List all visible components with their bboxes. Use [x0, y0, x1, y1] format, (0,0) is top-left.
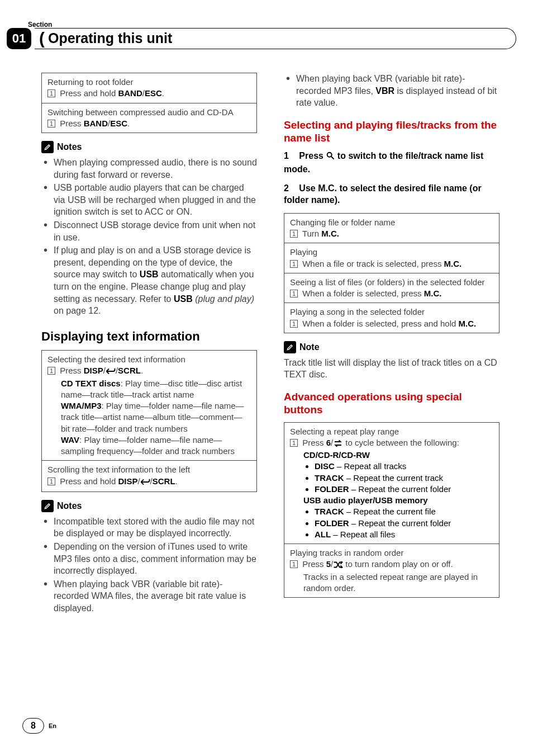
boxb-r1-pre: Press [60, 366, 84, 375]
wav-lbl: WAV [61, 435, 79, 445]
notes-header-2: Notes [41, 500, 257, 512]
boxb-r1-title: Selecting the desired text information [47, 355, 185, 364]
notes-list-1: When playing compressed audio, there is … [41, 157, 257, 317]
step-2: 2 Use M.C. to select the desired file na… [284, 182, 499, 206]
boxc-r3-b: M.C. [424, 289, 442, 298]
boxa-r2-title: Switching between compressed audio and C… [47, 107, 234, 117]
boxa-r1-b1: BAND [118, 88, 142, 98]
textinfo-box: Selecting the desired text information 1… [41, 350, 257, 492]
li-b: FOLDER [315, 518, 349, 528]
boxa-r1-title: Returning to root folder [47, 77, 133, 87]
boxc-r1-pre: Turn [302, 229, 321, 238]
step-1-icon: 1 [290, 230, 298, 238]
note-header-3: Note [284, 341, 499, 353]
right-top-bullet: When playing back VBR (variable bit rate… [284, 73, 499, 109]
notes-label-1: Notes [57, 141, 82, 153]
cd-lbl: CD/CD-R/CD-RW [303, 450, 370, 460]
boxa-row2: Switching between compressed audio and C… [42, 103, 257, 133]
step-1-icon: 1 [290, 320, 298, 328]
boxb-r1-b1: DISP [84, 366, 103, 375]
note1-item: USB portable audio players that can be c… [41, 182, 257, 218]
advanced-box: Selecting a repeat play range 1 Press 6/… [284, 422, 499, 598]
heading-advanced: Advanced operations using special button… [284, 391, 499, 417]
note1-item: When playing compressed audio, there is … [41, 157, 257, 181]
step1-pre: Press [299, 151, 326, 160]
page-title: Operating this unit [48, 29, 172, 48]
step2-num: 2 [284, 183, 289, 193]
step2-text: Use M.C. to select the desired file name… [284, 183, 482, 205]
step-1-icon: 1 [47, 367, 55, 375]
shuffle-icon [333, 560, 343, 571]
note2-item: Depending on the version of iTunes used … [41, 541, 257, 577]
boxd-r1-post: to cycle between the following: [343, 438, 459, 447]
notes-header-1: Notes [41, 141, 257, 153]
n1l-ital: (plug and play) [193, 294, 254, 304]
step1-num: 1 [284, 151, 289, 160]
boxd-cd-list: DISC – Repeat all tracks TRACK – Repeat … [290, 461, 493, 495]
boxc-r1: Changing file or folder name 1 Turn M.C. [284, 213, 499, 243]
return-icon [106, 366, 116, 377]
boxd-r2-b: 5 [326, 559, 331, 569]
step-1-icon: 1 [290, 290, 298, 297]
rtb-b: VBR [375, 86, 394, 96]
boxd-r2-pre: Press [302, 559, 326, 569]
note-label-3: Note [299, 341, 320, 353]
boxc-r2-b: M.C. [444, 259, 462, 268]
boxc-r2: Playing 1 When a file or track is select… [284, 243, 499, 273]
boxc-r3: Seeing a list of files (or folders) in t… [284, 273, 499, 303]
search-icon [326, 151, 335, 163]
boxa-r1-suf: . [162, 88, 164, 98]
li-t: – Repeat the current folder [349, 518, 451, 528]
boxb-r2-b1: DISP [118, 476, 137, 486]
heading-displaying-text: Displaying text information [41, 329, 257, 343]
boxd-cd-lbl: CD/CD-R/CD-RW [290, 450, 493, 461]
boxd-r2-title: Playing tracks in random order [290, 548, 403, 557]
repeat-icon [333, 438, 343, 450]
page-number-badge: 8 En [22, 718, 56, 734]
li-t: – Repeat all tracks [335, 461, 406, 471]
list-item: DISC – Repeat all tracks [315, 461, 493, 472]
step-1-icon: 1 [290, 260, 298, 268]
boxc-r4-b: M.C. [459, 319, 477, 328]
boxd-r1: Selecting a repeat play range 1 Press 6/… [284, 422, 499, 544]
boxb-wav: WAV: Play time—folder name—file name—sam… [47, 434, 251, 457]
li-t: – Repeat the current track [344, 473, 444, 483]
li-t: – Repeat all files [331, 530, 395, 539]
li-t: – Repeat the current folder [349, 484, 451, 494]
boxa-r2-b1: BAND [84, 119, 108, 128]
boxb-r2-suf: . [175, 476, 178, 486]
wma-lbl: WMA/MP3 [61, 401, 102, 410]
boxb-r2-title: Scrolling the text information to the le… [47, 465, 190, 474]
boxb-row2: Scrolling the text information to the le… [42, 461, 257, 492]
boxd-r1-title: Selecting a repeat play range [290, 427, 399, 436]
boxa-r1-b2: ESC [145, 88, 162, 98]
quickref-box-a: Returning to root folder 1 Press and hol… [41, 73, 257, 133]
boxa-r1-pre: Press and hold [60, 88, 118, 98]
pencil-icon [41, 500, 54, 512]
boxc-r4-title: Playing a song in the selected folder [290, 307, 425, 316]
boxb-r1-suf: . [141, 366, 143, 375]
title-wrap: ( Operating this unit [35, 28, 516, 49]
boxb-r2-pre: Press and hold [60, 476, 118, 486]
boxc-r3-pre: When a folder is selected, press [302, 289, 424, 298]
return-icon [140, 477, 150, 488]
usb-lbl: USB audio player/USB memory [303, 495, 428, 505]
list-item: FOLDER – Repeat the current folder [315, 518, 493, 529]
note1-item: Disconnect USB storage device from unit … [41, 219, 257, 243]
boxb-row1: Selecting the desired text information 1… [42, 351, 257, 461]
step-1: 1 Press to switch to the file/track name… [284, 150, 499, 175]
heading-select-files: Selecting and playing files/tracks from … [284, 119, 499, 145]
li-b: ALL [315, 530, 331, 539]
boxb-r1-b2: SCRL [118, 366, 141, 375]
boxa-r2-b2: ESC [110, 119, 127, 128]
li-b: DISC [315, 461, 335, 471]
li-b: TRACK [315, 507, 344, 516]
note1-item-last: If plug and play is on and a USB storage… [41, 244, 257, 317]
boxc-r2-pre: When a file or track is selected, press [302, 259, 444, 268]
step-1-icon: 1 [290, 560, 298, 568]
boxd-r2-extra: Tracks in a selected repeat range are pl… [290, 571, 493, 594]
n1l-b2: USB [174, 294, 193, 304]
list-item: TRACK – Repeat the current file [315, 506, 493, 517]
list-item: TRACK – Repeat the current track [315, 472, 493, 484]
n1l-b: USB [140, 270, 159, 279]
